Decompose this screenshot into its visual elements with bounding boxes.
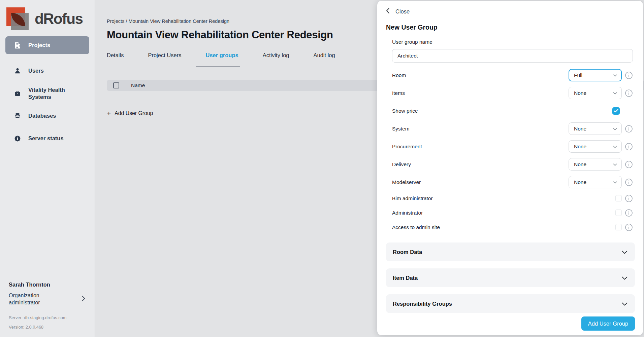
procurement-select[interactable]: None — [569, 140, 622, 153]
access-admin-site-checkbox[interactable] — [615, 224, 622, 230]
plus-icon: + — [107, 110, 111, 117]
accordion-responsibility-groups[interactable]: Responsibility Groups — [386, 294, 635, 313]
tab-activity-log[interactable]: Activity log — [263, 52, 289, 67]
row-bim-administrator: Bim administrator — [392, 194, 633, 203]
info-icon[interactable] — [625, 209, 633, 217]
user-role: Organization administrator — [9, 292, 63, 306]
sidebar-item-projects[interactable]: Projects — [5, 36, 89, 54]
info-icon[interactable] — [625, 143, 633, 151]
procurement-select-value: None — [574, 144, 586, 150]
accordion-label: Room Data — [393, 249, 422, 255]
info-icon[interactable] — [625, 71, 633, 79]
info-icon[interactable] — [625, 160, 633, 168]
row-label: Show price — [392, 108, 418, 114]
system-select[interactable]: None — [569, 122, 622, 135]
row-delivery: Delivery None — [392, 158, 633, 171]
chevron-left-icon — [386, 8, 390, 15]
row-system: System None — [392, 122, 633, 135]
chevron-down-icon — [622, 301, 627, 307]
row-items: Items None — [392, 87, 633, 99]
briefcase-icon — [13, 89, 22, 98]
user-role-row[interactable]: Organization administrator — [9, 292, 89, 306]
row-label: Modelserver — [392, 179, 421, 185]
row-label: Room — [392, 72, 406, 78]
chevron-down-icon — [613, 144, 617, 150]
row-label: Delivery — [392, 161, 411, 167]
accordion-label: Responsibility Groups — [393, 301, 452, 307]
chevron-down-icon — [613, 126, 617, 132]
add-user-group-button[interactable]: Add User Group — [581, 316, 635, 331]
accordion-sections: Room Data Item Data Responsibility Group… — [386, 242, 635, 313]
sidebar-item-databases[interactable]: Databases — [5, 109, 89, 123]
sidebar-item-label: Users — [28, 67, 44, 74]
delivery-select-value: None — [574, 161, 586, 167]
person-icon — [13, 67, 22, 75]
show-price-checkbox[interactable] — [612, 107, 620, 115]
tab-project-users[interactable]: Project Users — [148, 52, 181, 67]
row-procurement: Procurement None — [392, 140, 633, 153]
chevron-right-icon — [82, 296, 85, 303]
info-icon[interactable] — [625, 125, 633, 133]
sidebar-item-users[interactable]: Users — [5, 64, 89, 78]
column-header-name: Name — [131, 82, 145, 88]
user-group-name-input[interactable] — [392, 49, 633, 63]
chevron-down-icon — [613, 72, 617, 78]
accordion-item-data[interactable]: Item Data — [386, 268, 635, 287]
info-icon[interactable] — [625, 223, 633, 231]
sidebar-item-organization[interactable]: Vitality Health Systems — [5, 86, 89, 101]
row-label: Administrator — [392, 210, 423, 216]
drawer-title: New User Group — [386, 24, 635, 31]
building-icon — [13, 41, 22, 49]
sidebar-user-block: Sarah Thornton Organization administrato… — [5, 282, 89, 330]
items-select[interactable]: None — [569, 87, 622, 99]
sidebar: dRofus Projects Users Vitality Health Sy… — [0, 0, 95, 337]
row-label: Procurement — [392, 144, 422, 150]
sidebar-item-label: Server status — [28, 135, 64, 142]
info-icon[interactable] — [625, 178, 633, 186]
add-user-group-link[interactable]: + Add User Group — [107, 110, 153, 117]
new-user-group-drawer: Close New User Group User group name Roo… — [377, 1, 643, 335]
tab-details[interactable]: Details — [107, 52, 124, 67]
administrator-checkbox[interactable] — [615, 210, 622, 216]
row-administrator: Administrator — [392, 208, 633, 217]
room-select[interactable]: Full — [569, 69, 622, 81]
chevron-down-icon — [613, 90, 617, 96]
version-info: Version: 2.0.0.468 — [9, 325, 89, 330]
bim-administrator-checkbox[interactable] — [615, 195, 622, 201]
info-icon[interactable] — [625, 89, 633, 97]
check-icon — [614, 109, 618, 113]
user-name: Sarah Thornton — [9, 282, 89, 288]
user-group-name-label: User group name — [392, 39, 633, 45]
modelserver-select[interactable]: None — [569, 176, 622, 188]
row-room: Room Full — [392, 69, 633, 81]
tab-user-groups[interactable]: User groups — [205, 52, 238, 67]
brand-name: dRofus — [35, 10, 83, 27]
row-label: Access to admin site — [392, 224, 440, 230]
system-select-value: None — [574, 126, 586, 132]
accordion-room-data[interactable]: Room Data — [386, 242, 635, 261]
add-user-group-link-label: Add User Group — [115, 110, 153, 116]
info-icon[interactable] — [625, 194, 633, 202]
sidebar-nav: Projects Users Vitality Health Systems D… — [5, 36, 89, 154]
server-info: Server: db-staging.drofus.com — [9, 315, 89, 320]
chevron-down-icon — [622, 275, 627, 281]
tab-audit-log[interactable]: Audit log — [314, 52, 335, 67]
drofus-logo-icon — [6, 7, 29, 30]
row-label: System — [392, 126, 410, 132]
sidebar-item-server-status[interactable]: Server status — [5, 131, 89, 146]
row-show-price: Show price — [392, 105, 633, 117]
chevron-down-icon — [613, 179, 617, 185]
app-logo: dRofus — [5, 7, 89, 30]
close-button[interactable]: Close — [386, 1, 410, 15]
database-icon — [13, 112, 22, 120]
delivery-select[interactable]: None — [569, 158, 622, 171]
chevron-down-icon — [622, 249, 627, 255]
chevron-down-icon — [613, 161, 617, 167]
row-label: Items — [392, 90, 405, 96]
modelserver-select-value: None — [574, 179, 586, 185]
row-modelserver: Modelserver None — [392, 176, 633, 188]
sidebar-item-label: Vitality Health Systems — [28, 86, 82, 101]
info-filled-icon — [13, 135, 22, 143]
select-all-checkbox[interactable] — [113, 82, 119, 88]
room-select-value: Full — [574, 72, 582, 78]
